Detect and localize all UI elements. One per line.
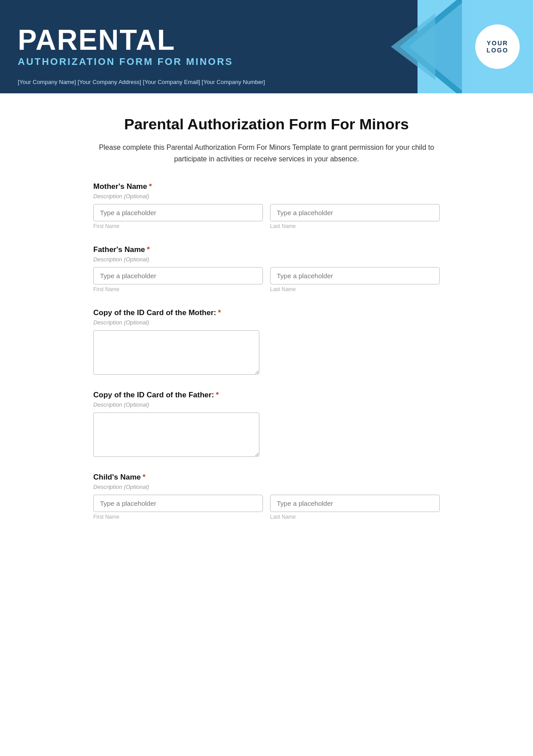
childs-first-name-input[interactable] bbox=[93, 495, 263, 512]
logo-circle: YOUR LOGO bbox=[475, 24, 520, 69]
mother-id-description: Description (Optional) bbox=[93, 319, 440, 326]
childs-last-name-col: Last Name bbox=[270, 495, 440, 520]
childs-last-name-sublabel: Last Name bbox=[270, 514, 440, 520]
required-indicator: * bbox=[218, 308, 221, 317]
childs-name-section: Child's Name* Description (Optional) Fir… bbox=[93, 473, 440, 520]
mother-id-textarea[interactable] bbox=[93, 330, 259, 375]
father-id-textarea-wrapper bbox=[93, 412, 259, 457]
mothers-name-section: Mother's Name* Description (Optional) Fi… bbox=[93, 182, 440, 229]
required-indicator: * bbox=[147, 245, 150, 254]
mothers-last-name-sublabel: Last Name bbox=[270, 223, 440, 229]
required-indicator: * bbox=[216, 391, 219, 399]
main-content: Parental Authorization Form For Minors P… bbox=[67, 93, 466, 558]
fathers-last-name-col: Last Name bbox=[270, 267, 440, 292]
mothers-first-name-col: First Name bbox=[93, 204, 263, 229]
childs-name-label: Child's Name* bbox=[93, 473, 440, 482]
childs-first-name-col: First Name bbox=[93, 495, 263, 520]
mother-id-textarea-wrapper bbox=[93, 330, 259, 375]
header-title-sub: AUTHORIZATION FORM FOR MINORS bbox=[18, 56, 233, 68]
fathers-first-name-sublabel: First Name bbox=[93, 286, 263, 292]
father-id-textarea[interactable] bbox=[93, 412, 259, 457]
page-header: PARENTAL AUTHORIZATION FORM FOR MINORS [… bbox=[0, 0, 533, 93]
chevron-decoration bbox=[320, 0, 471, 93]
mothers-first-name-input[interactable] bbox=[93, 204, 263, 221]
form-page-title: Parental Authorization Form For Minors bbox=[93, 116, 440, 133]
father-id-section: Copy of the ID Card of the Father:* Desc… bbox=[93, 391, 440, 457]
childs-name-row: First Name Last Name bbox=[93, 495, 440, 520]
logo-line2: LOGO bbox=[486, 47, 508, 54]
header-left: PARENTAL AUTHORIZATION FORM FOR MINORS bbox=[18, 26, 233, 68]
father-id-label: Copy of the ID Card of the Father:* bbox=[93, 391, 440, 400]
required-indicator: * bbox=[149, 182, 152, 191]
required-indicator: * bbox=[143, 473, 146, 481]
form-page-description: Please complete this Parental Authorizat… bbox=[93, 142, 440, 164]
mothers-name-row: First Name Last Name bbox=[93, 204, 440, 229]
chevron-small-icon bbox=[391, 13, 435, 80]
fathers-name-label: Father's Name* bbox=[93, 245, 440, 254]
mothers-name-description: Description (Optional) bbox=[93, 193, 440, 200]
mother-id-section: Copy of the ID Card of the Mother:* Desc… bbox=[93, 308, 440, 375]
childs-first-name-sublabel: First Name bbox=[93, 514, 263, 520]
mothers-last-name-col: Last Name bbox=[270, 204, 440, 229]
header-title-main: PARENTAL bbox=[18, 26, 233, 54]
mothers-first-name-sublabel: First Name bbox=[93, 223, 263, 229]
company-info: [Your Company Name] [Your Company Addres… bbox=[18, 79, 265, 85]
fathers-name-section: Father's Name* Description (Optional) Fi… bbox=[93, 245, 440, 292]
mothers-name-label: Mother's Name* bbox=[93, 182, 440, 191]
father-id-description: Description (Optional) bbox=[93, 401, 440, 408]
fathers-first-name-input[interactable] bbox=[93, 267, 263, 284]
fathers-name-description: Description (Optional) bbox=[93, 256, 440, 263]
childs-last-name-input[interactable] bbox=[270, 495, 440, 512]
mother-id-label: Copy of the ID Card of the Mother:* bbox=[93, 308, 440, 317]
fathers-last-name-input[interactable] bbox=[270, 267, 440, 284]
fathers-first-name-col: First Name bbox=[93, 267, 263, 292]
fathers-name-row: First Name Last Name bbox=[93, 267, 440, 292]
mothers-last-name-input[interactable] bbox=[270, 204, 440, 221]
childs-name-description: Description (Optional) bbox=[93, 484, 440, 490]
fathers-last-name-sublabel: Last Name bbox=[270, 286, 440, 292]
logo-line1: YOUR bbox=[487, 40, 508, 47]
